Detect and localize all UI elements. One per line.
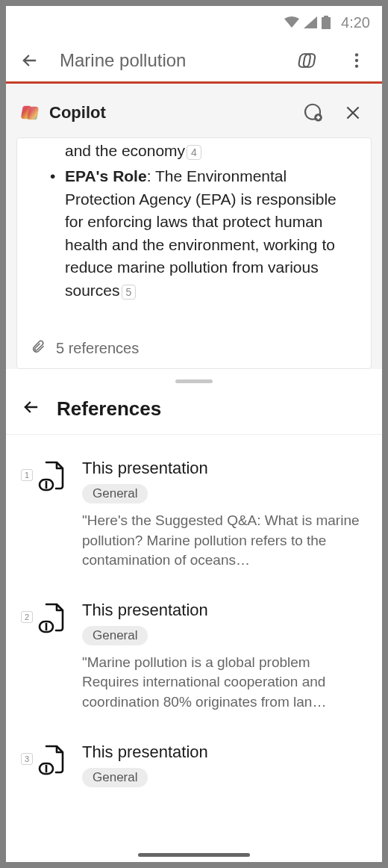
references-title: References <box>57 397 161 421</box>
svg-point-6 <box>355 64 358 67</box>
reference-number: 1 <box>21 469 33 481</box>
back-button[interactable] <box>15 46 45 75</box>
citation-badge[interactable]: 4 <box>187 145 201 160</box>
references-summary[interactable]: 5 references <box>31 339 357 358</box>
android-nav-bar <box>6 847 382 862</box>
svg-rect-0 <box>322 17 331 29</box>
reference-number: 3 <box>21 753 33 765</box>
status-time: 4:20 <box>341 14 370 31</box>
cellular-icon <box>304 16 317 28</box>
response-fragment: and the economy4 <box>31 140 357 162</box>
svg-point-4 <box>355 53 358 56</box>
copilot-header: Copilot <box>6 84 382 137</box>
reference-item[interactable]: 2 This presentation General <box>6 592 382 734</box>
status-bar: 4:20 <box>6 6 382 39</box>
attachment-icon <box>31 339 46 358</box>
app-header: Marine pollution <box>6 39 382 84</box>
copilot-logo-icon <box>19 102 40 123</box>
page-title: Marine pollution <box>60 50 278 71</box>
close-button[interactable] <box>337 97 369 128</box>
drag-handle[interactable] <box>175 379 213 383</box>
reference-snippet: "Marine pollution is a global problem Re… <box>82 653 367 713</box>
wifi-icon <box>284 16 299 28</box>
references-header: References <box>6 389 382 435</box>
new-chat-button[interactable] <box>297 97 328 128</box>
more-menu-button[interactable] <box>340 44 373 77</box>
copilot-overlay-button[interactable] <box>292 44 325 77</box>
reference-item[interactable]: 1 This presentation General <box>6 450 382 592</box>
references-panel: References 1 <box>6 369 382 847</box>
document-link-icon <box>37 744 69 780</box>
battery-icon <box>322 16 331 29</box>
response-bullet: • EPA's Role: The Environmental Protecti… <box>31 165 357 302</box>
references-count-text: 5 references <box>56 340 139 357</box>
reference-tag: General <box>82 626 148 645</box>
content-area: Copilot and the economy4 • EPA's Role: T <box>6 84 382 847</box>
reference-number: 2 <box>21 611 33 623</box>
device-frame: 4:20 Marine pollution <box>6 6 382 862</box>
copilot-response-card: and the economy4 • EPA's Role: The Envir… <box>16 137 372 369</box>
copilot-title: Copilot <box>49 103 288 123</box>
reference-tag: General <box>82 768 148 787</box>
svg-rect-1 <box>324 16 328 17</box>
reference-snippet: "Here's the Suggested Q&A: What is marin… <box>82 511 367 571</box>
bullet-dot-icon: • <box>50 165 65 302</box>
document-link-icon <box>37 602 69 638</box>
reference-title: This presentation <box>82 459 367 478</box>
document-link-icon <box>37 460 69 496</box>
svg-point-5 <box>355 58 358 61</box>
reference-title: This presentation <box>82 743 367 762</box>
references-back-button[interactable] <box>21 397 42 421</box>
nav-pill[interactable] <box>138 853 250 857</box>
references-list: 1 This presentation General <box>6 435 382 831</box>
citation-badge[interactable]: 5 <box>122 285 137 300</box>
reference-item[interactable]: 3 This presentation General <box>6 734 382 816</box>
reference-title: This presentation <box>82 601 367 620</box>
reference-tag: General <box>82 484 148 503</box>
